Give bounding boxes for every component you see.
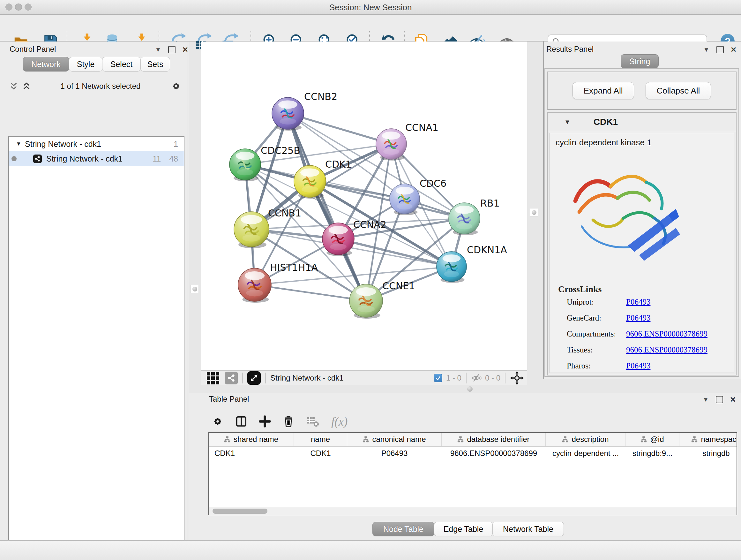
hierarchy-icon bbox=[362, 436, 369, 442]
grid-view-icon[interactable] bbox=[207, 372, 219, 384]
column-header-namespace[interactable]: namespace bbox=[679, 433, 737, 446]
results-panel-title: Results Panel bbox=[546, 45, 594, 53]
network-row-label: String Network - cdk1 bbox=[46, 154, 152, 164]
network-node-CDK1[interactable]: CDK1 bbox=[294, 159, 352, 199]
tab-node-table[interactable]: Node Table bbox=[373, 522, 434, 537]
status-bar: Memory bbox=[0, 540, 741, 560]
string-view-icon[interactable] bbox=[225, 372, 238, 384]
delete-table-icon bbox=[306, 415, 320, 428]
selected-checkbox[interactable] bbox=[434, 374, 442, 382]
network-collection-row[interactable]: ▼ String Network - cdk1 1 bbox=[9, 137, 184, 151]
network-node-CCNE1[interactable]: CCNE1 bbox=[349, 280, 415, 319]
title-bar: Session: New Session bbox=[0, 0, 741, 15]
table-cell[interactable]: cyclin-dependent ... bbox=[546, 447, 625, 460]
string-network-icon bbox=[33, 154, 42, 163]
panel-float-icon[interactable] bbox=[717, 46, 724, 53]
expand-all-button[interactable]: Expand All bbox=[572, 82, 634, 99]
network-collection-label: String Network - cdk1 bbox=[25, 139, 174, 149]
add-column-icon[interactable] bbox=[259, 415, 271, 428]
panel-float-icon[interactable] bbox=[168, 46, 176, 53]
tab-style[interactable]: Style bbox=[69, 57, 103, 71]
tab-select[interactable]: Select bbox=[102, 57, 141, 71]
tab-string[interactable]: String bbox=[621, 54, 659, 68]
gear-icon[interactable] bbox=[171, 80, 182, 92]
collapse-all-icon[interactable] bbox=[10, 82, 18, 90]
table-header-row: shared namenamecanonical namedatabase id… bbox=[209, 433, 737, 447]
table-body: CDK1CDK1P064939606.ENSP00000378699cyclin… bbox=[209, 447, 737, 460]
crosslink-row: Compartments:9606.ENSP00000378699 bbox=[567, 329, 734, 338]
table-horizontal-scrollbar[interactable] bbox=[209, 507, 737, 515]
column-header-shared-name[interactable]: shared name bbox=[209, 433, 294, 446]
bottom-splitter-handle[interactable] bbox=[467, 386, 473, 392]
selected-count: 1 - 0 bbox=[446, 374, 461, 382]
node-label: CCNE1 bbox=[382, 280, 415, 292]
app-window: Session: New Session bbox=[0, 0, 741, 560]
crosslink-link[interactable]: 9606.ENSP00000378699 bbox=[626, 329, 708, 338]
crosslink-row: Uniprot:P06493 bbox=[567, 298, 734, 307]
table-cell[interactable]: 9606.ENSP00000378699 bbox=[442, 447, 546, 460]
gene-name: CDK1 bbox=[594, 117, 618, 127]
collection-count: 1 bbox=[174, 139, 178, 149]
panel-float-icon[interactable] bbox=[716, 396, 723, 403]
bar-separator bbox=[466, 373, 467, 383]
table-cell[interactable]: CDK1 bbox=[294, 447, 347, 460]
fit-selected-crosshair-icon[interactable] bbox=[510, 371, 524, 385]
collapse-all-button[interactable]: Collapse All bbox=[646, 82, 711, 99]
table-row[interactable]: CDK1CDK1P064939606.ENSP00000378699cyclin… bbox=[209, 447, 737, 460]
tree-expand-icon[interactable]: ▼ bbox=[16, 141, 25, 147]
crosslink-row: Pharos:P06493 bbox=[567, 361, 734, 370]
crosslink-link[interactable]: P06493 bbox=[626, 314, 650, 322]
left-splitter-handle[interactable] bbox=[191, 285, 199, 293]
network-list-toolbar: 1 of 1 Network selected bbox=[10, 80, 182, 92]
network-node-CCNA1[interactable]: CCNA1 bbox=[376, 122, 439, 161]
delete-column-icon[interactable] bbox=[282, 415, 295, 428]
network-view-toolbar: String Network - cdk1 1 - 0 0 - 0 bbox=[201, 370, 527, 385]
crosslink-link[interactable]: P06493 bbox=[626, 361, 650, 370]
panel-close-icon[interactable]: × bbox=[730, 395, 736, 404]
panel-menu-icon[interactable]: ▼ bbox=[703, 396, 709, 402]
collapse-section-icon[interactable]: ▼ bbox=[564, 118, 570, 126]
scrollbar-thumb[interactable] bbox=[212, 509, 267, 514]
show-columns-icon[interactable] bbox=[235, 415, 248, 428]
table-cell[interactable]: stringdb:9... bbox=[625, 447, 679, 460]
bar-separator bbox=[265, 373, 266, 383]
network-node-RB1[interactable]: RB1 bbox=[449, 198, 500, 235]
panel-close-icon[interactable]: × bbox=[183, 45, 188, 54]
expand-all-icon[interactable] bbox=[22, 82, 30, 90]
network-canvas[interactable]: CCNB2CCNA1CDC25BCDK1CDC6RB1CCNB1CCNA2CDK… bbox=[201, 42, 527, 370]
table-panel-title: Table Panel bbox=[209, 395, 249, 403]
bar-separator bbox=[505, 373, 506, 383]
tab-network-table[interactable]: Network Table bbox=[492, 522, 564, 537]
panel-menu-icon[interactable]: ▼ bbox=[703, 47, 710, 53]
panel-menu-icon[interactable]: ▼ bbox=[155, 47, 161, 53]
node-count: 11 bbox=[152, 154, 161, 164]
network-edge-HIST1H1A-CCNE1[interactable] bbox=[255, 285, 366, 301]
column-header-canonical-name[interactable]: canonical name bbox=[347, 433, 442, 446]
panel-close-icon[interactable]: × bbox=[731, 45, 737, 54]
birdseye-button[interactable] bbox=[247, 371, 261, 385]
network-node-CCNB1[interactable]: CCNB1 bbox=[234, 207, 301, 248]
table-cell[interactable]: CDK1 bbox=[209, 447, 294, 460]
gene-section-header[interactable]: ▼ CDK1 bbox=[548, 113, 736, 131]
network-row-selected[interactable]: String Network - cdk1 11 48 bbox=[9, 151, 184, 166]
network-node-CDKN1A[interactable]: CDKN1A bbox=[436, 244, 507, 283]
open-view-arrow-icon bbox=[250, 374, 258, 382]
right-splitter-handle[interactable] bbox=[530, 208, 538, 216]
crosslink-link[interactable]: P06493 bbox=[626, 298, 650, 307]
crosslink-link[interactable]: 9606.ENSP00000378699 bbox=[626, 346, 708, 354]
tab-network[interactable]: Network bbox=[23, 57, 69, 71]
tab-edge-table[interactable]: Edge Table bbox=[434, 522, 493, 537]
crosslink-row: GeneCard:P06493 bbox=[567, 314, 734, 322]
column-header-database-identifier[interactable]: database identifier bbox=[442, 433, 546, 446]
node-label: CDK1 bbox=[325, 159, 352, 170]
column-header-description[interactable]: description bbox=[546, 433, 625, 446]
tab-sets[interactable]: Sets bbox=[140, 57, 170, 71]
gene-description: cyclin-dependent kinase 1 bbox=[556, 138, 734, 147]
column-header-@id[interactable]: @id bbox=[625, 433, 679, 446]
bar-separator bbox=[242, 373, 243, 383]
table-cell[interactable]: stringdb bbox=[679, 447, 737, 460]
gear-icon[interactable] bbox=[211, 415, 224, 428]
crosslink-row: Tissues:9606.ENSP00000378699 bbox=[567, 346, 734, 354]
table-cell[interactable]: P06493 bbox=[347, 447, 442, 460]
column-header-name[interactable]: name bbox=[294, 433, 347, 446]
